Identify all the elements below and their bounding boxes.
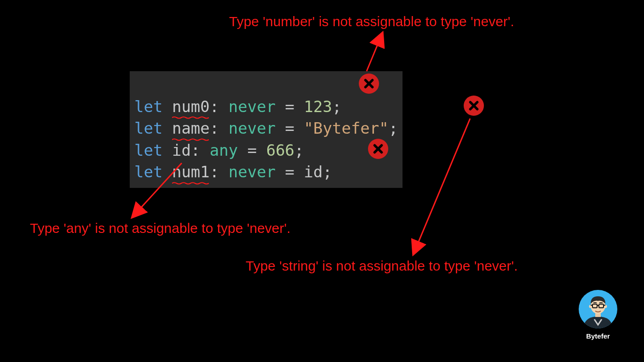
error-cross-icon (464, 96, 484, 116)
code-string: "Bytefer" (304, 119, 389, 137)
code-type: any (210, 141, 238, 159)
error-message-string: Type 'string' is not assignable to type … (246, 258, 518, 274)
code-punc: ; (323, 163, 332, 181)
code-punc: : (210, 97, 219, 116)
code-punc: ; (389, 119, 398, 137)
error-message-number: Type 'number' is not assignable to type … (229, 14, 514, 29)
code-punc: : (210, 163, 219, 181)
svg-line-2 (414, 119, 470, 253)
error-cross-icon (359, 74, 379, 94)
code-punc: = (276, 97, 304, 116)
code-type: never (229, 97, 276, 116)
code-punc: = (238, 141, 266, 159)
svg-line-10 (591, 305, 592, 305)
code-punc: = (276, 119, 304, 137)
code-keyword: let (134, 163, 162, 181)
code-var: id (304, 161, 323, 183)
author-badge: Bytefer (579, 290, 617, 340)
code-keyword: let (134, 141, 162, 159)
code-keyword: let (134, 97, 162, 116)
code-var: id (172, 140, 191, 162)
code-punc: ; (294, 141, 304, 159)
code-number: 666 (266, 141, 294, 159)
code-var-num0: num0 (172, 96, 210, 118)
author-name: Bytefer (579, 332, 617, 340)
code-type: never (229, 119, 276, 137)
code-punc: = (276, 163, 304, 181)
avatar-icon (579, 290, 617, 328)
code-punc: : (191, 141, 200, 159)
code-punc: ; (332, 97, 341, 116)
error-squiggle-icon (172, 182, 209, 185)
code-number: 123 (304, 97, 332, 116)
error-cross-icon (368, 139, 388, 159)
code-keyword: let (134, 119, 162, 137)
code-var-name: name (172, 118, 210, 140)
code-var-num1: num1 (172, 161, 210, 183)
error-message-any: Type 'any' is not assignable to type 'ne… (30, 221, 291, 236)
svg-line-0 (367, 34, 382, 71)
code-punc: : (210, 119, 219, 137)
code-type: never (229, 163, 276, 181)
svg-line-11 (604, 305, 605, 305)
